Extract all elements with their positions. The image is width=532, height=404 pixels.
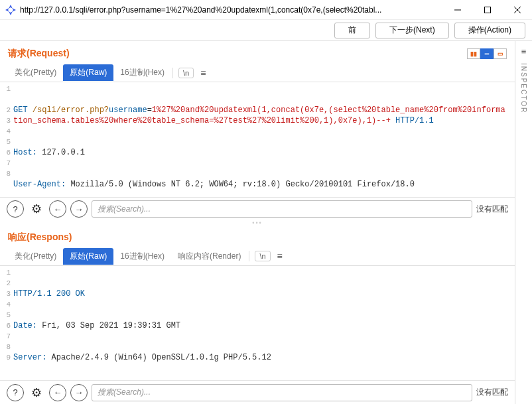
tab-raw-resp[interactable]: 原始(Raw) xyxy=(63,248,113,265)
title-bar: http://127.0.0.1/sqli/error.php?username… xyxy=(0,0,532,20)
response-section: 响应(Respons) 美化(Pretty) 原始(Raw) 16进制(Hex)… xyxy=(0,225,515,405)
minimize-button[interactable] xyxy=(442,0,472,19)
gear-icon-resp[interactable]: ⚙ xyxy=(28,384,45,401)
tab-pretty-resp[interactable]: 美化(Pretty) xyxy=(8,248,63,265)
response-search-input[interactable]: 搜索(Search)... xyxy=(92,384,472,401)
rail-menu-icon[interactable]: ≡ xyxy=(521,46,527,56)
view-columns-icon[interactable]: ▮▮ xyxy=(467,48,480,59)
newline-toggle-resp[interactable]: \n xyxy=(255,251,270,261)
prev-match-icon[interactable]: ← xyxy=(49,200,66,218)
tab-hex[interactable]: 16进制(Hex) xyxy=(113,64,171,81)
inspector-rail: ≡ INSPECTOR xyxy=(515,41,532,404)
tab-pretty[interactable]: 美化(Pretty) xyxy=(8,64,63,81)
response-no-match: 没有匹配 xyxy=(476,387,508,398)
tab-render-resp[interactable]: 响应内容(Render) xyxy=(171,248,247,265)
prev-match-icon-resp[interactable]: ← xyxy=(49,384,66,401)
svg-rect-1 xyxy=(484,7,490,13)
request-title: 请求(Request) xyxy=(8,48,70,60)
menu-icon-resp[interactable]: ≡ xyxy=(275,249,285,263)
back-button[interactable]: 前 xyxy=(334,23,370,38)
request-search-input[interactable]: 搜索(Search)... xyxy=(92,200,472,218)
next-match-icon[interactable]: → xyxy=(70,200,88,218)
close-button[interactable] xyxy=(502,0,532,19)
newline-toggle[interactable]: \n xyxy=(178,68,194,78)
request-search-bar: ? ⚙ ← → 搜索(Search)... 没有匹配 xyxy=(0,197,515,221)
window-controls xyxy=(442,0,532,19)
inspector-label[interactable]: INSPECTOR xyxy=(520,63,527,113)
help-icon[interactable]: ? xyxy=(7,200,24,218)
next-match-icon-resp[interactable]: → xyxy=(70,384,88,401)
request-body[interactable]: 12345678 GET /sqli/error.php?username=1%… xyxy=(0,82,515,197)
maximize-button[interactable] xyxy=(472,0,502,19)
toolbar: 前 下一步(Next) 操作(Action) xyxy=(0,20,532,41)
view-toggle: ▮▮ ═ ▭ xyxy=(467,48,507,59)
request-no-match: 没有匹配 xyxy=(476,204,508,215)
action-button[interactable]: 操作(Action) xyxy=(454,23,525,38)
response-title: 响应(Respons) xyxy=(8,232,72,243)
response-body[interactable]: 123456789 HTTP/1.1 200 OK Date: Fri, 03 … xyxy=(0,266,515,381)
gear-icon[interactable]: ⚙ xyxy=(28,200,45,218)
response-tabs: 美化(Pretty) 原始(Raw) 16进制(Hex) 响应内容(Render… xyxy=(0,247,515,266)
window-title: http://127.0.0.1/sqli/error.php?username… xyxy=(20,5,442,15)
help-icon-resp[interactable]: ? xyxy=(7,384,24,401)
tab-raw[interactable]: 原始(Raw) xyxy=(63,64,113,81)
next-button[interactable]: 下一步(Next) xyxy=(375,23,449,38)
tab-hex-resp[interactable]: 16进制(Hex) xyxy=(113,248,171,265)
menu-icon[interactable]: ≡ xyxy=(198,66,208,80)
request-section: 请求(Request) ▮▮ ═ ▭ 美化(Pretty) 原始(Raw) 16… xyxy=(0,41,515,221)
view-rows-icon[interactable]: ═ xyxy=(480,48,494,59)
app-icon xyxy=(5,5,16,15)
response-search-bar: ? ⚙ ← → 搜索(Search)... 没有匹配 xyxy=(0,380,515,404)
request-tabs: 美化(Pretty) 原始(Raw) 16进制(Hex) \n ≡ xyxy=(0,64,515,82)
response-gutter: 123456789 xyxy=(0,267,13,381)
request-gutter: 12345678 xyxy=(0,84,13,197)
view-single-icon[interactable]: ▭ xyxy=(494,48,507,59)
